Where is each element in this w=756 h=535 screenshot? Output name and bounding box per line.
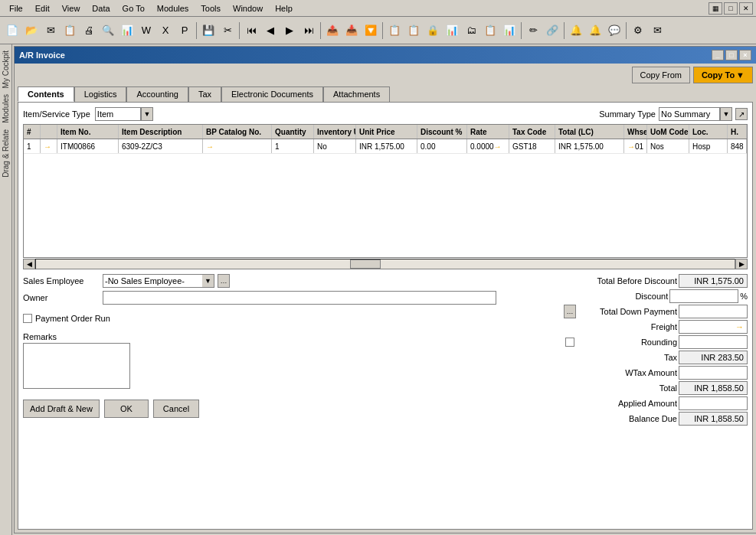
toolbar-open[interactable]: 📂 bbox=[22, 21, 41, 40]
col-header-tax-code: Tax Code bbox=[509, 125, 555, 139]
toolbar-pdf[interactable]: P bbox=[175, 21, 194, 40]
toolbar-edit[interactable]: ✏ bbox=[524, 21, 542, 40]
sales-employee-input[interactable] bbox=[103, 274, 202, 288]
copy-from-button[interactable]: Copy From bbox=[632, 67, 690, 83]
row1-h: 848 bbox=[728, 139, 747, 153]
menu-tools[interactable]: Tools bbox=[195, 2, 227, 15]
col-header-rate: Rate bbox=[467, 125, 509, 139]
tax-label: Tax bbox=[578, 353, 677, 362]
rounding-value[interactable] bbox=[679, 335, 748, 349]
toolbar-alert1[interactable]: 🔔 bbox=[567, 21, 585, 40]
h-scrollbar[interactable]: ◀ ▶ bbox=[23, 259, 748, 271]
toolbar-copy[interactable]: 📋 bbox=[61, 21, 79, 40]
toolbar-export[interactable]: 📊 bbox=[118, 21, 136, 40]
tab-electronic-docs[interactable]: Electronic Documents bbox=[221, 86, 323, 102]
menu-modules[interactable]: Modules bbox=[151, 2, 195, 15]
total-down-payment-value[interactable] bbox=[679, 305, 748, 318]
scroll-left-btn[interactable]: ◀ bbox=[23, 259, 35, 269]
payment-order-row: Payment Order Run bbox=[23, 314, 496, 323]
toolbar-btn2[interactable]: 📥 bbox=[342, 21, 361, 40]
toolbar-print[interactable]: 🖨 bbox=[80, 21, 98, 40]
tab-logistics[interactable]: Logistics bbox=[74, 86, 127, 102]
doc-close-btn[interactable]: × bbox=[739, 50, 751, 60]
grid-expand-icon[interactable]: ↗ bbox=[735, 108, 748, 120]
toolbar-excel[interactable]: X bbox=[156, 21, 175, 40]
applied-amount-value[interactable] bbox=[679, 396, 748, 410]
tab-attachments[interactable]: Attachments bbox=[323, 86, 390, 102]
window-minimize-icon[interactable]: ▦ bbox=[709, 2, 722, 15]
payment-order-checkbox[interactable] bbox=[23, 314, 32, 323]
toolbar-sep5 bbox=[521, 22, 522, 39]
toolbar-btn8[interactable]: 📋 bbox=[481, 21, 499, 40]
toolbar-new[interactable]: 📄 bbox=[3, 21, 21, 40]
copy-to-button[interactable]: Copy To ▼ bbox=[693, 67, 753, 83]
sales-employee-arrow-icon[interactable]: ▼ bbox=[202, 274, 214, 288]
item-service-type-input[interactable] bbox=[95, 107, 141, 121]
menu-help[interactable]: Help bbox=[269, 2, 299, 15]
toolbar-filter[interactable]: 🔽 bbox=[362, 21, 380, 40]
owner-input[interactable] bbox=[103, 291, 496, 305]
toolbar-preview[interactable]: 🔍 bbox=[99, 21, 117, 40]
menu-file[interactable]: File bbox=[3, 2, 29, 15]
add-draft-new-button[interactable]: Add Draft & New bbox=[23, 400, 100, 418]
sales-employee-dropdown[interactable]: ▼ bbox=[103, 274, 214, 288]
toolbar-alert2[interactable]: 🔔 bbox=[586, 21, 604, 40]
total-down-payment-row: … Total Down Payment bbox=[502, 305, 748, 318]
toolbar-btn3[interactable]: 📋 bbox=[385, 21, 404, 40]
toolbar-last[interactable]: ⏭ bbox=[299, 21, 318, 40]
doc-minimize-btn[interactable]: _ bbox=[712, 50, 724, 60]
discount-value[interactable] bbox=[669, 289, 738, 303]
owner-row: Owner bbox=[23, 291, 496, 305]
menu-edit[interactable]: Edit bbox=[29, 2, 56, 15]
toolbar-word[interactable]: W bbox=[137, 21, 155, 40]
toolbar-first[interactable]: ⏮ bbox=[242, 21, 260, 40]
toolbar-btn7[interactable]: 🗂 bbox=[462, 21, 480, 40]
doc-maximize-btn[interactable]: □ bbox=[725, 50, 738, 60]
sales-employee-browse-btn[interactable]: … bbox=[218, 274, 230, 288]
scroll-right-btn[interactable]: ▶ bbox=[735, 259, 748, 269]
scroll-thumb[interactable] bbox=[350, 259, 381, 269]
item-service-type-dropdown[interactable]: ▼ bbox=[141, 107, 153, 121]
toolbar-save[interactable]: 💾 bbox=[199, 21, 218, 40]
table-row[interactable]: 1 → ITM00866 6309-2Z/C3 → 1 No INR 1,575… bbox=[24, 139, 747, 154]
tab-contents[interactable]: Contents bbox=[18, 86, 74, 102]
freight-value[interactable]: → bbox=[679, 320, 748, 334]
summary-type-input[interactable] bbox=[659, 107, 720, 121]
summary-type-dropdown[interactable]: ▼ bbox=[720, 107, 732, 121]
toolbar-btn6[interactable]: 📊 bbox=[443, 21, 461, 40]
menu-goto[interactable]: Go To bbox=[116, 2, 151, 15]
remarks-textarea[interactable] bbox=[23, 343, 130, 389]
toolbar-mail[interactable]: ✉ bbox=[648, 21, 666, 40]
toolbar-btn4[interactable]: 📋 bbox=[404, 21, 423, 40]
toolbar-next[interactable]: ▶ bbox=[280, 21, 299, 40]
toolbar-prev[interactable]: ◀ bbox=[261, 21, 280, 40]
summary-panel: Total Before Discount INR 1,575.00 Disco… bbox=[502, 274, 748, 426]
wtax-amount-value[interactable] bbox=[679, 366, 748, 380]
toolbar-btn9[interactable]: 📊 bbox=[500, 21, 519, 40]
ok-button[interactable]: OK bbox=[104, 400, 149, 418]
tab-tax[interactable]: Tax bbox=[188, 86, 221, 102]
tab-accounting[interactable]: Accounting bbox=[126, 86, 188, 102]
cancel-button[interactable]: Cancel bbox=[153, 400, 199, 418]
toolbar-alert3[interactable]: 💬 bbox=[605, 21, 623, 40]
total-down-payment-btn[interactable]: … bbox=[564, 305, 576, 318]
menu-data[interactable]: Data bbox=[86, 2, 116, 15]
toolbar-settings[interactable]: ⚙ bbox=[629, 21, 647, 40]
rounding-checkbox[interactable] bbox=[565, 338, 574, 347]
menu-window[interactable]: Window bbox=[227, 2, 269, 15]
toolbar-delete[interactable]: ✂ bbox=[218, 21, 237, 40]
sidebar-cockpit[interactable]: My Cockpit bbox=[0, 47, 11, 91]
toolbar-btn5[interactable]: 🔒 bbox=[424, 21, 442, 40]
toolbar-btn1[interactable]: 📤 bbox=[323, 21, 342, 40]
rounding-row: Rounding bbox=[502, 335, 748, 349]
scroll-track[interactable] bbox=[35, 259, 735, 269]
balance-due-value: INR 1,858.50 bbox=[679, 412, 748, 426]
toolbar-link[interactable]: 🔗 bbox=[543, 21, 561, 40]
sidebar-drag-relate[interactable]: Drag & Relate bbox=[0, 126, 11, 181]
toolbar-email[interactable]: ✉ bbox=[41, 21, 60, 40]
remarks-label: Remarks bbox=[23, 332, 496, 341]
sidebar-modules[interactable]: Modules bbox=[0, 91, 11, 126]
window-maximize-icon[interactable]: □ bbox=[724, 2, 738, 15]
menu-view[interactable]: View bbox=[56, 2, 87, 15]
window-close-icon[interactable]: ✕ bbox=[739, 2, 753, 15]
